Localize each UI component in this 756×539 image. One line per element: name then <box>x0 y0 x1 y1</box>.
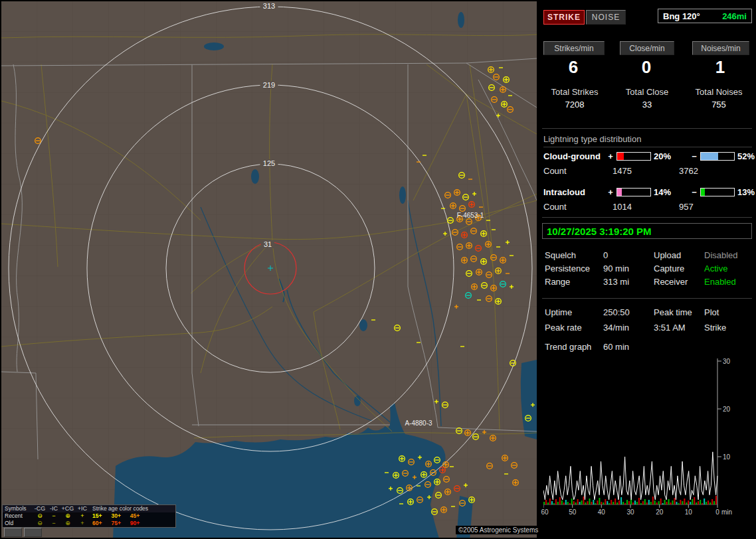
trend-graph-label: Trend graph <box>545 342 603 353</box>
strikes-per-min-button[interactable]: Strikes/min <box>543 41 605 55</box>
cg-minus-pct: 52% <box>737 151 755 161</box>
y-tick-10: 10 <box>723 453 740 461</box>
cg-plus-bar <box>616 152 651 161</box>
cg-plus-count: 1475 <box>613 166 679 176</box>
bearing-distance: 246mi <box>722 11 747 21</box>
peak-rate-row: Peak rate 34/min 3:51 AM Strike <box>545 323 752 334</box>
map-canvas[interactable]: 31321912531 F-4653-1A-4880-3 <box>1 1 537 538</box>
legend-symbols-header: Symbols <box>5 505 33 512</box>
plot-value: Strike <box>704 323 752 334</box>
separator <box>542 217 752 218</box>
legend-recent-label: Recent <box>5 512 33 520</box>
capture-label: Capture <box>654 264 704 275</box>
ic-minus-count: 957 <box>679 202 745 212</box>
bearing-readout: Bng 120° 246mi <box>658 9 752 23</box>
cg-minus-count: 3762 <box>679 166 745 176</box>
status-row: Squelch 0 Upload Disabled <box>545 250 752 262</box>
total-strikes-label: Total Strikes <box>541 87 609 97</box>
close-per-min-value: 0 <box>620 57 673 77</box>
squelch-value: 0 <box>603 250 654 262</box>
trend-graph: 30 20 10 60 50 40 30 20 10 0 min <box>543 357 755 523</box>
pos-cg-old-icon: ⊕ <box>60 520 75 527</box>
peak-time-label: Peak time <box>654 307 704 319</box>
datetime-box: 10/27/2025 3:19:20 PM <box>542 223 752 239</box>
window-button-1[interactable] <box>4 528 22 537</box>
y-tick-20: 20 <box>723 406 740 413</box>
strikes-per-min-value: 6 <box>543 57 603 77</box>
plot-label: Plot <box>704 307 752 319</box>
map-area[interactable]: 31321912531 F-4653-1A-4880-3 <box>1 1 537 538</box>
intracloud-row: Intracloud + 14% − 13% <box>543 187 755 196</box>
total-strikes-value: 7208 <box>541 100 609 110</box>
plus-sign: + <box>607 187 614 197</box>
ic-plus-bar <box>616 188 651 196</box>
ic-minus-pct: 13% <box>737 187 755 197</box>
noise-mode-button[interactable]: NOISE <box>586 10 626 25</box>
svg-text:125: 125 <box>263 159 275 167</box>
lightning-detector-app: 31321912531 F-4653-1A-4880-3 Symbols -CG… <box>0 0 756 539</box>
noises-per-min-button[interactable]: Noises/min <box>692 41 749 55</box>
total-noises-value: 755 <box>683 100 755 110</box>
close-per-min-button[interactable]: Close/min <box>620 41 674 55</box>
storm-cell-label: A-4880-3 <box>405 420 432 427</box>
total-close-label: Total Close <box>614 87 680 97</box>
legend-col-neg-cg: -CG <box>33 505 47 512</box>
count-label: Count <box>543 166 613 176</box>
strike-mode-button[interactable]: STRIKE <box>543 10 585 25</box>
cloud-ground-label: Cloud-ground <box>543 151 605 161</box>
uptime-row: Uptime 250:50 Peak time Plot <box>545 307 752 319</box>
range-value: 313 mi <box>603 277 654 288</box>
peak-time-value: 3:51 AM <box>654 323 704 334</box>
ic-plus-pct: 14% <box>654 187 671 197</box>
window-button-2[interactable] <box>24 528 42 537</box>
ic-plus-count: 1014 <box>613 202 679 212</box>
persistence-label: Persistence <box>545 264 603 275</box>
x-tick-20: 20 <box>652 508 668 516</box>
ic-minus-bar <box>700 188 735 196</box>
intracloud-label: Intracloud <box>543 187 605 197</box>
pos-cg-recent-icon: ⊕ <box>60 512 75 520</box>
total-close-value: 33 <box>614 100 680 110</box>
receiver-label: Receiver <box>654 277 704 288</box>
y-tick-30: 30 <box>723 358 740 365</box>
age-90: 90+ <box>130 520 140 527</box>
trend-rate-line <box>543 452 717 500</box>
age-30: 30+ <box>111 512 120 520</box>
peak-rate-label: Peak rate <box>545 323 603 334</box>
trend-graph-window: 60 min <box>603 342 654 353</box>
neg-cg-recent-icon: ⊖ <box>33 512 47 520</box>
storm-cell-label: F-4653-1 <box>457 212 484 219</box>
cloud-ground-row: Cloud-ground + 20% − 52% <box>543 151 755 161</box>
neg-ic-old-icon: − <box>47 520 60 527</box>
distribution-title: Lightning type distribution <box>543 134 752 147</box>
minus-sign: − <box>691 151 698 161</box>
receiver-status: Enabled <box>704 277 752 288</box>
x-axis-unit: min <box>721 508 732 516</box>
upload-status: Disabled <box>704 250 752 262</box>
pos-ic-recent-icon: + <box>75 512 90 520</box>
range-label: Range <box>545 277 603 288</box>
status-row: Range 313 mi Receiver Enabled <box>545 277 752 288</box>
x-tick-50: 50 <box>565 508 581 516</box>
legend-col-pos-cg: +CG <box>60 505 75 512</box>
datetime-value: 10/27/2025 3:19:20 PM <box>543 226 652 237</box>
svg-text:219: 219 <box>263 81 275 89</box>
legend-col-neg-ic: -IC <box>47 505 60 512</box>
neg-cg-old-icon: ⊖ <box>33 520 47 527</box>
pos-ic-old-icon: + <box>75 520 90 527</box>
separator <box>542 298 752 299</box>
symbols-legend: Symbols -CG -IC +CG +IC Strike age color… <box>2 504 176 528</box>
status-panel: STRIKE NOISE Bng 120° 246mi Strikes/min … <box>539 0 756 539</box>
noises-per-min-value: 1 <box>692 57 748 77</box>
trend-graph-row: Trend graph 60 min <box>545 342 752 353</box>
upload-label: Upload <box>654 250 704 262</box>
minus-sign: − <box>691 187 698 197</box>
intracloud-count-row: Count 1014 957 <box>543 202 755 212</box>
neg-ic-recent-icon: − <box>47 512 60 520</box>
legend-col-pos-ic: +IC <box>75 505 90 512</box>
total-noises-label: Total Noises <box>683 87 755 97</box>
squelch-label: Squelch <box>545 250 603 262</box>
capture-status: Active <box>704 264 752 275</box>
x-tick-40: 40 <box>593 508 609 516</box>
status-row: Persistence 90 min Capture Active <box>545 264 752 275</box>
